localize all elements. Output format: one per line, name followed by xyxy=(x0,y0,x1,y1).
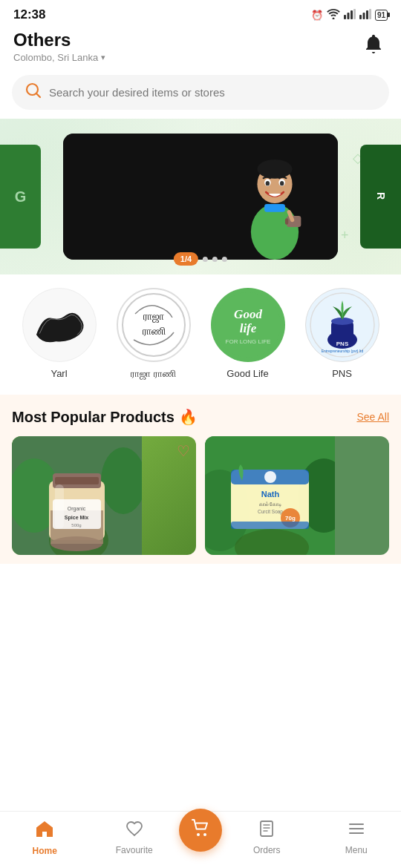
brand-name-raja: ராஜா ராணி xyxy=(131,368,176,380)
svg-rect-61 xyxy=(261,821,273,836)
nav-label-favourite: Favourite xyxy=(116,845,153,855)
location-selector[interactable]: Colombo, Sri Lanka ▾ xyxy=(13,52,105,63)
banner-slide[interactable] xyxy=(0,119,401,274)
svg-rect-1 xyxy=(347,13,349,19)
fire-icon: 🔥 xyxy=(179,408,198,426)
svg-point-59 xyxy=(197,833,200,836)
svg-text:Curcit Soap: Curcit Soap xyxy=(258,509,283,515)
svg-point-19 xyxy=(123,294,185,356)
svg-text:70g: 70g xyxy=(285,515,296,522)
orders-icon xyxy=(258,820,276,842)
alarm-icon: ⏰ xyxy=(311,10,323,21)
brand-name-goodlife: Good Life xyxy=(226,368,268,379)
brand-name-yarl: Yarl xyxy=(50,368,67,379)
see-all-button[interactable]: See All xyxy=(356,411,389,423)
slide-counter: 1/4 xyxy=(174,252,198,266)
popular-section: Most Popular Products 🔥 See All xyxy=(0,395,401,564)
svg-text:life: life xyxy=(239,321,256,335)
bottom-navigation: Home Favourite Orders xyxy=(0,811,401,868)
search-input[interactable] xyxy=(49,86,376,99)
indicator-dot-3 xyxy=(212,257,218,262)
status-icons: ⏰ 91 xyxy=(311,9,388,22)
svg-point-15 xyxy=(280,181,284,185)
search-bar[interactable] xyxy=(12,75,389,110)
cart-icon xyxy=(190,818,211,844)
battery-icon: 91 xyxy=(375,10,388,21)
nav-item-orders[interactable]: Orders xyxy=(222,820,312,855)
nav-item-favourite[interactable]: Favourite xyxy=(90,820,180,855)
product-card-2[interactable]: Nath கால் கோடி Curcit Soap 70g xyxy=(205,436,389,555)
nav-item-menu[interactable]: Menu xyxy=(312,820,402,855)
home-icon xyxy=(35,819,54,843)
signal-icon xyxy=(344,9,356,22)
svg-point-11 xyxy=(257,160,292,179)
raja-logo-svg: ராஜா ராணி xyxy=(120,292,187,358)
svg-text:ராஜா: ராஜா xyxy=(143,311,164,323)
search-icon xyxy=(25,82,42,102)
brand-item-yarl[interactable]: Yarl xyxy=(22,288,97,379)
svg-text:ராணி: ராணி xyxy=(142,326,165,337)
brand-item-raja[interactable]: ராஜா ராணி ராஜா ராணி xyxy=(117,288,191,380)
banner-character xyxy=(226,141,323,260)
brand-logo-raja: ராஜா ராணி xyxy=(117,288,191,362)
svg-text:FOR LONG LIFE: FOR LONG LIFE xyxy=(225,338,270,345)
goodlife-logo-svg: Good life FOR LONG LIFE xyxy=(215,292,281,358)
yarl-logo-svg xyxy=(30,299,89,351)
status-time: 12:38 xyxy=(13,7,45,22)
popular-title: Most Popular Products 🔥 xyxy=(12,408,198,426)
brand-item-pns[interactable]: PNS Entrepreneurship (pvt) ltd PNS xyxy=(305,288,379,379)
indicator-dot-4 xyxy=(222,257,227,262)
nav-label-home: Home xyxy=(33,846,57,856)
svg-rect-2 xyxy=(351,10,353,19)
svg-text:Spice Mix: Spice Mix xyxy=(65,515,88,521)
menu-icon xyxy=(348,820,365,842)
nav-label-orders: Orders xyxy=(253,845,281,855)
header: Others Colombo, Sri Lanka ▾ xyxy=(0,27,401,69)
svg-rect-7 xyxy=(369,9,371,19)
product-card-1[interactable]: Organic Spice Mix 500g ♡ xyxy=(12,436,196,555)
svg-text:Good: Good xyxy=(234,307,262,321)
product-heart-1[interactable]: ♡ xyxy=(177,442,190,460)
nav-item-home[interactable]: Home xyxy=(0,819,90,856)
nav-cart-button[interactable] xyxy=(179,809,222,852)
svg-rect-17 xyxy=(287,216,301,227)
svg-point-60 xyxy=(203,833,206,836)
svg-point-9 xyxy=(251,204,299,260)
page-title: Others xyxy=(13,30,105,50)
svg-text:Entrepreneurship (pvt) ltd: Entrepreneurship (pvt) ltd xyxy=(321,349,363,353)
nav-label-menu: Menu xyxy=(345,845,368,855)
brand-item-goodlife[interactable]: Good life FOR LONG LIFE Good Life xyxy=(211,288,285,379)
location-text: Colombo, Sri Lanka xyxy=(13,52,98,63)
svg-point-52 xyxy=(264,471,276,483)
header-left: Others Colombo, Sri Lanka ▾ xyxy=(13,30,105,63)
products-row: Organic Spice Mix 500g ♡ Nath xyxy=(12,436,389,555)
svg-text:500g: 500g xyxy=(71,523,81,527)
svg-text:PNS: PNS xyxy=(336,341,348,347)
brand-logo-pns: PNS Entrepreneurship (pvt) ltd xyxy=(305,288,379,362)
brands-row: Yarl ராஜா ராணி ராஜா ராணி Good xyxy=(12,288,389,380)
svg-rect-6 xyxy=(366,10,368,19)
brand-logo-goodlife: Good life FOR LONG LIFE xyxy=(211,288,285,362)
svg-rect-0 xyxy=(344,15,346,19)
banner-indicator: 1/4 xyxy=(174,252,227,266)
banner-card xyxy=(63,134,338,260)
signal2-icon xyxy=(359,9,371,22)
svg-rect-5 xyxy=(362,13,365,19)
svg-point-14 xyxy=(266,181,270,185)
search-container xyxy=(0,69,401,119)
svg-rect-4 xyxy=(359,15,362,19)
banner-area: + ◇ ◇ + ⊕ ⊕ □ □ G R xyxy=(0,119,401,274)
svg-text:Nath: Nath xyxy=(261,490,280,499)
wifi-icon xyxy=(327,9,340,22)
notification-button[interactable] xyxy=(359,30,388,58)
bell-icon xyxy=(363,33,384,55)
svg-rect-16 xyxy=(264,204,285,212)
popular-header: Most Popular Products 🔥 See All xyxy=(12,408,389,426)
indicator-dot-2 xyxy=(203,257,208,262)
svg-rect-58 xyxy=(231,522,309,529)
svg-text:கால் கோடி: கால் கோடி xyxy=(259,502,282,507)
svg-text:Organic: Organic xyxy=(68,506,86,512)
brand-logo-yarl xyxy=(22,288,97,362)
svg-rect-3 xyxy=(353,9,356,19)
chevron-down-icon: ▾ xyxy=(101,53,105,62)
